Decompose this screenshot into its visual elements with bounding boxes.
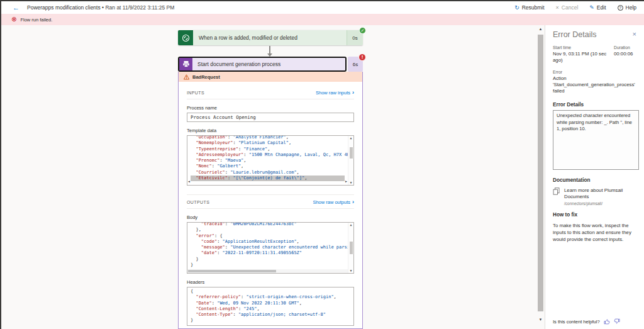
error-circle-icon: ⊗: [11, 16, 16, 23]
outputs-label: OUTPUTS: [187, 200, 209, 204]
edit-pencil-icon: ✎: [589, 4, 594, 11]
feedback-question: Is this content helpful?: [553, 319, 600, 325]
how-to-fix-text: To make this flow work, inspect the inpu…: [553, 222, 639, 243]
process-name-input[interactable]: Process Account Opening: [187, 113, 354, 122]
headers-output-editor[interactable]: { "referrer-policy": "strict-origin-when…: [187, 287, 354, 326]
action-card-header[interactable]: Start document generation process: [178, 57, 347, 72]
main-scrollbar[interactable]: ▲ ▼: [536, 25, 545, 329]
start-time-label: Start time: [553, 45, 614, 50]
body-output-lines: "traceId": "0MM20PU02LM176E244763bc" }, …: [191, 222, 345, 268]
hscroll-left-arrow[interactable]: ◀: [188, 179, 190, 184]
scroll-up-arrow[interactable]: ▲: [348, 223, 353, 227]
flow-canvas: When a row is added, modified or deleted…: [0, 25, 644, 329]
run-timestamp: Ran at 11/9/2022 3:11:25 PM: [105, 4, 174, 11]
trigger-card[interactable]: When a row is added, modified or deleted…: [178, 30, 363, 45]
window-edge-top: [0, 0, 644, 1]
body-hscrollbar[interactable]: [187, 269, 348, 273]
thumbs-up-icon[interactable]: [604, 318, 610, 325]
top-command-bar: ← Powerapps modification clients • Ran a…: [0, 1, 644, 14]
edit-button[interactable]: ✎ Edit: [589, 4, 606, 11]
resubmit-icon: ↻: [514, 4, 519, 11]
show-raw-inputs-link[interactable]: Show raw inputs ›: [316, 89, 354, 96]
body-output-editor[interactable]: "traceId": "0MM20PU02LM176E244763bc" }, …: [187, 222, 354, 274]
error-exclamation-badge: !: [358, 53, 366, 61]
error-value: Action 'Start_document_generation_proces…: [553, 75, 639, 94]
badrequest-text: BadRequest: [192, 74, 220, 80]
thumbs-down-icon[interactable]: [614, 318, 620, 325]
document-copy-icon: [553, 187, 560, 195]
scroll-down-arrow[interactable]: ▼: [348, 269, 353, 273]
resubmit-button[interactable]: ↻ Resubmit: [514, 4, 544, 11]
connector-path: /connectors/plumsail/: [564, 201, 624, 206]
feedback-row: Is this content helpful?: [553, 318, 620, 325]
hscroll-thumb[interactable]: [188, 270, 276, 272]
inputs-label: INPUTS: [187, 91, 204, 95]
close-icon[interactable]: ×: [633, 30, 636, 38]
show-raw-outputs-link[interactable]: Show raw outputs ›: [313, 199, 354, 205]
documentation-link-row[interactable]: Learn more about Plumsail Documents /con…: [553, 187, 639, 206]
back-arrow-icon[interactable]: ←: [13, 4, 19, 11]
scroll-down-arrow[interactable]: ▼: [348, 181, 353, 185]
flow-failed-banner: ⊗ Flow run failed.: [0, 14, 644, 25]
action-details-card: BadRequest INPUTS Show raw inputs › Proc…: [178, 72, 363, 329]
hscroll-right-arrow[interactable]: ▶: [345, 179, 347, 184]
vscroll-thumb[interactable]: [350, 147, 353, 159]
error-details-panel: Error Details × Start time Nov 9, 03:11 …: [545, 25, 644, 329]
scroll-down-arrow[interactable]: ▼: [536, 318, 545, 321]
cancel-button[interactable]: × Cancel: [556, 4, 579, 11]
panel-title: Error Details: [553, 30, 596, 39]
run-meta: Start time Nov 9, 03:11 PM (10 sec ago) …: [553, 45, 639, 64]
start-time-value: Nov 9, 03:11 PM (10 sec ago): [553, 51, 614, 64]
dataverse-trigger-icon: [178, 30, 193, 45]
template-data-lines: "Occupation": "Analyste Financier", "Nom…: [191, 135, 345, 181]
success-check-badge: ✓: [359, 27, 366, 34]
action-details-content: INPUTS Show raw inputs › Process name Pr…: [179, 89, 362, 329]
error-details-label: Error Details: [553, 102, 639, 108]
plumsail-documents-icon: [179, 58, 192, 70]
body-label: Body: [187, 215, 354, 220]
template-vscrollbar[interactable]: ▲ ▼: [348, 136, 353, 185]
window-edge-left: [0, 0, 1, 329]
scroll-up-arrow[interactable]: ▲: [536, 27, 545, 31]
action-card[interactable]: Start document generation process 6s !: [178, 57, 363, 72]
duration-label: Duration: [614, 45, 639, 50]
vscroll-thumb[interactable]: [350, 242, 353, 254]
main-scroll-thumb[interactable]: [538, 35, 543, 311]
trigger-title: When a row is added, modified or deleted: [193, 30, 347, 45]
process-name-value: Process Account Opening: [191, 114, 256, 120]
body-vscrollbar[interactable]: ▲ ▼: [348, 223, 353, 273]
cancel-icon: ×: [556, 4, 559, 11]
flow-run-title: Powerapps modification clients • Ran at …: [27, 4, 174, 11]
chevron-right-icon: ›: [352, 199, 354, 205]
plumsail-doc-link[interactable]: Learn more about Plumsail Documents: [564, 187, 624, 200]
help-button[interactable]: ? Help: [618, 4, 636, 11]
badrequest-banner: BadRequest: [179, 72, 362, 82]
chevron-right-icon: ›: [352, 89, 354, 96]
process-name-label: Process name: [187, 105, 354, 111]
flow-failed-text: Flow run failed.: [20, 17, 52, 23]
run-separator: •: [102, 4, 104, 11]
error-details-textarea[interactable]: Unexpected character encountered while p…: [553, 110, 639, 170]
headers-label: Headers: [187, 279, 354, 285]
headers-output-lines: { "referrer-policy": "strict-origin-when…: [191, 289, 345, 324]
inputs-section-header: INPUTS Show raw inputs ›: [187, 89, 354, 99]
error-label: Error: [553, 70, 639, 74]
scroll-up-arrow[interactable]: ▲: [348, 136, 353, 140]
outputs-section-header: OUTPUTS Show raw outputs ›: [187, 199, 354, 209]
documentation-label: Documentation: [553, 177, 639, 183]
section-separator: [187, 194, 354, 195]
warning-triangle-icon: [184, 74, 189, 80]
duration-value: 00:00:06: [614, 51, 639, 57]
topbar-actions: ↻ Resubmit × Cancel ✎ Edit ? Help: [503, 4, 636, 11]
template-data-editor[interactable]: "Occupation": "Analyste Financier", "Nom…: [187, 135, 354, 186]
action-title: Start document generation process: [192, 58, 280, 70]
how-to-fix-label: How to fix: [553, 212, 639, 218]
connector-arrow: [269, 46, 270, 54]
help-icon: ?: [618, 5, 623, 11]
template-data-label: Template data: [187, 128, 354, 133]
